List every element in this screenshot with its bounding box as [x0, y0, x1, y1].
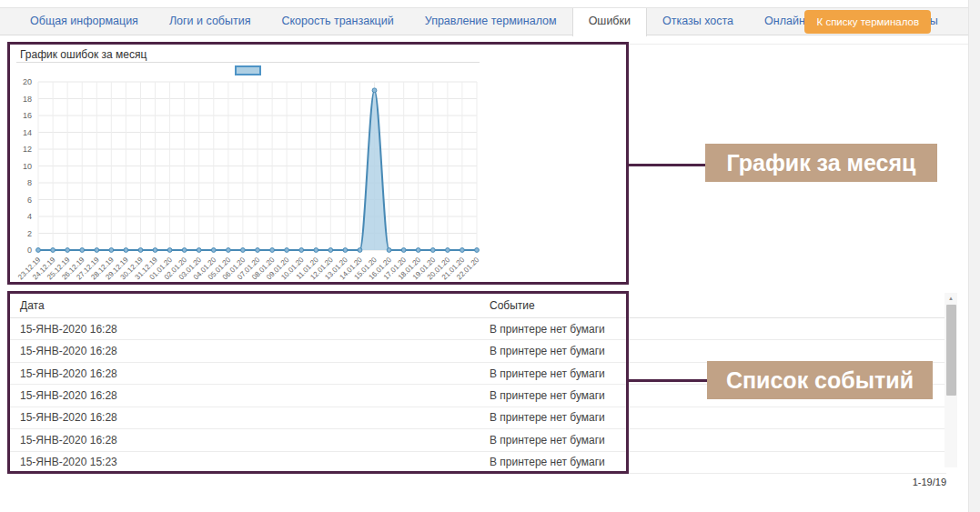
- cell-event: В принтере нет бумаги: [490, 434, 946, 447]
- table-annotation-connector: [629, 379, 707, 382]
- content-panel-divider: [7, 44, 968, 45]
- column-header-event: Событие: [490, 299, 946, 312]
- tab-4[interactable]: Управление терминалом: [409, 8, 572, 35]
- cell-event: В принтере нет бумаги: [490, 411, 946, 424]
- svg-text:14: 14: [23, 128, 32, 137]
- table-annotation-label: Список событий: [707, 361, 933, 399]
- chart-annotation-label: График за месяц: [705, 144, 937, 182]
- table-row: 15-ЯНВ-2020 15:23В принтере нет бумаги: [7, 452, 946, 474]
- column-header-date: Дата: [7, 299, 490, 312]
- scroll-up-icon[interactable]: ▲: [945, 293, 957, 304]
- cell-date: 15-ЯНВ-2020 16:28: [7, 367, 490, 380]
- events-table-header: Дата Событие: [7, 293, 946, 318]
- tab-2[interactable]: Логи и события: [154, 8, 267, 35]
- svg-text:4: 4: [27, 212, 32, 221]
- tab-bar: Общая информацияЛоги и событияСкорость т…: [0, 7, 968, 35]
- svg-text:6: 6: [27, 196, 32, 205]
- svg-text:10: 10: [23, 162, 32, 171]
- svg-text:18: 18: [23, 95, 32, 104]
- back-to-terminals-button[interactable]: К списку терминалов: [804, 10, 931, 34]
- svg-text:0: 0: [27, 246, 32, 255]
- tab-3[interactable]: Скорость транзакций: [266, 8, 409, 35]
- tab-6[interactable]: Отказы хоста: [647, 8, 749, 35]
- cell-event: В принтере нет бумаги: [490, 345, 946, 357]
- cell-event: В принтере нет бумаги: [490, 456, 946, 468]
- table-row: 15-ЯНВ-2020 16:28В принтере нет бумаги: [7, 429, 946, 451]
- svg-text:20: 20: [23, 77, 32, 86]
- page: Общая информацияЛоги и событияСкорость т…: [0, 0, 980, 512]
- svg-text:12: 12: [23, 145, 32, 154]
- svg-text:2: 2: [27, 229, 32, 238]
- table-row: 15-ЯНВ-2020 16:28В принтере нет бумаги: [7, 407, 946, 429]
- svg-text:16: 16: [23, 111, 32, 120]
- cell-date: 15-ЯНВ-2020 16:28: [7, 411, 490, 424]
- chart-title-divider: [16, 62, 480, 63]
- tab-1[interactable]: Общая информация: [15, 8, 154, 35]
- cell-date: 15-ЯНВ-2020 16:28: [7, 434, 490, 447]
- cell-date: 15-ЯНВ-2020 16:28: [7, 345, 490, 357]
- window-scrollbar-track[interactable]: [968, 0, 980, 512]
- scrollbar-thumb[interactable]: [946, 305, 956, 396]
- cell-event: В принтере нет бумаги: [490, 323, 946, 336]
- tab-5[interactable]: Ошибки: [572, 8, 647, 36]
- table-row: 15-ЯНВ-2020 16:28В принтере нет бумаги: [7, 340, 946, 362]
- errors-line-chart: 0246810121416182023.12.1924.12.1925.12.1…: [7, 64, 503, 291]
- cell-date: 15-ЯНВ-2020 15:23: [7, 456, 490, 468]
- svg-text:8: 8: [27, 178, 32, 187]
- cell-date: 15-ЯНВ-2020 16:28: [7, 323, 490, 336]
- cell-date: 15-ЯНВ-2020 16:28: [7, 389, 490, 402]
- table-row: 15-ЯНВ-2020 16:28В принтере нет бумаги: [7, 318, 946, 340]
- chart-title: График ошибок за месяц: [20, 48, 146, 61]
- chart-annotation-connector: [629, 164, 705, 166]
- pagination-label: 1-19/19: [913, 477, 946, 487]
